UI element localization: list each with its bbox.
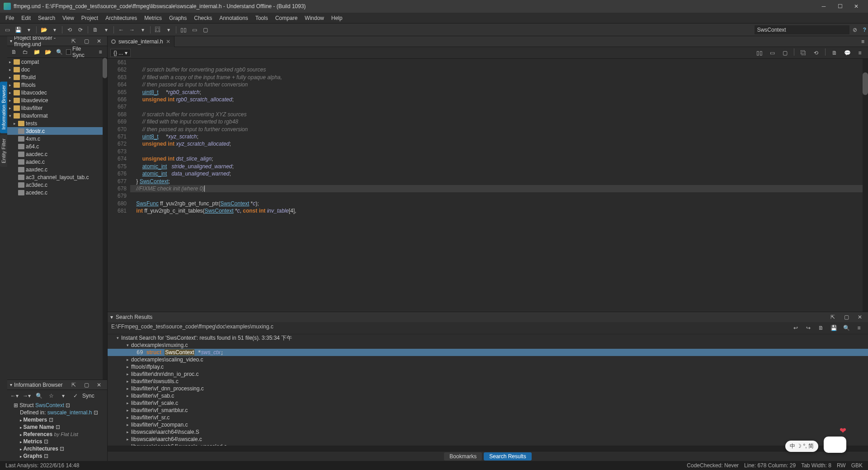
tree-item[interactable]: ▸libavcodec [7, 89, 107, 96]
new-icon[interactable]: ▭ [3, 25, 12, 34]
bookmark-icon[interactable]: 🗎 [830, 48, 839, 57]
tree-item[interactable]: ▸tests [7, 119, 107, 127]
tree-search-icon[interactable]: 🔍 [56, 47, 64, 57]
pin-icon[interactable]: ⇱ [69, 380, 78, 389]
result-item[interactable]: ▸libavfilter\vf_sr.c [108, 414, 868, 421]
new-folder-icon[interactable]: 🗀 [21, 47, 29, 57]
tab-close-icon[interactable]: ✕ [166, 38, 170, 45]
open-folder-icon[interactable]: 📂 [44, 47, 52, 57]
info-item[interactable]: ▸ Same Name ⊡ [9, 423, 107, 431]
tree-item[interactable]: ▸ffbuild [7, 73, 107, 81]
popout-icon[interactable]: ▢ [842, 313, 851, 322]
editor-tab[interactable]: swscale_internal.h ✕ [108, 36, 175, 47]
layout-dropdown-icon[interactable]: ▾ [164, 25, 173, 34]
layout-icon[interactable]: ⿴ [153, 25, 162, 34]
tree-menu-icon[interactable]: ≡ [96, 47, 104, 57]
global-search-input[interactable] [755, 25, 849, 34]
folder-open-icon[interactable]: 📂 [39, 25, 48, 34]
result-item[interactable]: ▸libavfilter\vf_scale.c [108, 399, 868, 407]
panel-close-icon[interactable]: ✕ [94, 380, 104, 389]
forward-icon[interactable]: ↪ [804, 323, 813, 332]
file-sync-checkbox[interactable] [66, 49, 71, 55]
context-icon[interactable]: ⊡ [66, 402, 70, 408]
context-icon[interactable]: ⊡ [94, 409, 98, 416]
layout2-icon[interactable]: ▭ [768, 48, 777, 57]
result-item[interactable]: ▸libavfilter\lswsutils.c [108, 378, 868, 385]
search-again-icon[interactable]: 🔍 [842, 323, 851, 332]
history-icon[interactable]: ⟲ [811, 48, 821, 57]
collapse-icon[interactable]: ▾ [10, 382, 12, 387]
new-file-icon[interactable]: 🗎 [10, 47, 18, 57]
favorite-icon[interactable]: ☆ [47, 391, 56, 400]
editor-vscroll-thumb[interactable] [863, 72, 868, 95]
pin-icon[interactable]: ⇱ [828, 313, 837, 322]
result-item[interactable]: ▸doc\examples\scaling_video.c [108, 356, 868, 363]
ime-widget[interactable]: 中 ☽ °, 简 [785, 441, 818, 452]
menu-tools[interactable]: Tools [252, 14, 272, 22]
menu-checks[interactable]: Checks [190, 14, 216, 22]
layout1-icon[interactable]: ▯▯ [755, 48, 764, 57]
sync-check-icon[interactable]: ✓ [71, 391, 80, 400]
result-item[interactable]: ▸libavfilter\dnn\dnn_io_proc.c [108, 370, 868, 378]
editor-menu-icon[interactable]: ≡ [855, 48, 864, 57]
tree-scroll-thumb[interactable] [103, 58, 107, 78]
menu-view[interactable]: View [59, 14, 78, 22]
info-item[interactable]: ▸ Architectures ⊡ [9, 445, 107, 452]
split-v-icon[interactable]: ▭ [190, 25, 199, 34]
results-menu-icon[interactable]: ≡ [854, 323, 863, 332]
menu-search[interactable]: Search [34, 14, 59, 22]
bookmarks-tab[interactable]: Bookmarks [444, 452, 482, 461]
tree-item[interactable]: ▸fftools [7, 81, 107, 89]
tree-item[interactable]: ac3dec.c [7, 181, 107, 189]
result-item[interactable]: ▸libavfilter\vf_smartblur.c [108, 407, 868, 414]
info-search-icon[interactable]: 🔍 [34, 391, 43, 400]
tree-item[interactable]: ▸doc [7, 66, 107, 73]
result-item[interactable]: 69 struct SwsContext *sws_ctx; [108, 349, 868, 356]
fav-dropdown-icon[interactable]: ▾ [59, 391, 68, 400]
back-icon[interactable]: ←▾ [10, 391, 19, 400]
panel-close-icon[interactable]: ✕ [855, 313, 864, 322]
menu-graphs[interactable]: Graphs [165, 14, 190, 22]
menu-architectures[interactable]: Architectures [102, 14, 141, 22]
info-browser-tab[interactable]: Information Browser [0, 81, 7, 133]
save-icon[interactable]: 💾 [829, 323, 838, 332]
code-area[interactable]: // scratch buffer for converting packed … [130, 59, 868, 312]
editor-vscrollbar[interactable] [863, 59, 868, 312]
entity-filter-tab[interactable]: Entity Filter [0, 135, 7, 167]
result-item[interactable]: ▸libavfilter\vf_sab.c [108, 392, 868, 399]
menu-annotations[interactable]: Annotations [216, 14, 251, 22]
doc-dropdown-icon[interactable]: ▾ [102, 25, 111, 34]
struct-row[interactable]: ⊞ Struct SwsContext ⊡ [9, 402, 107, 409]
info-item[interactable]: ▸ References by Flat List [9, 431, 107, 438]
search-results-tab[interactable]: Search Results [484, 452, 531, 461]
split-h-icon[interactable]: ▯▯ [179, 25, 188, 34]
refresh-icon[interactable]: ⟳ [76, 25, 85, 34]
copy-icon[interactable]: 🗎 [816, 323, 826, 332]
forward-icon[interactable]: → [127, 25, 137, 34]
tree-item[interactable]: ▸libavfilter [7, 104, 107, 112]
tree-item[interactable]: a64.c [7, 142, 107, 150]
menu-help[interactable]: Help [328, 14, 346, 22]
mascot-icon[interactable] [824, 437, 846, 453]
editor-body[interactable]: 6616626636646656666676686696706716726736… [108, 59, 868, 312]
info-item[interactable]: ▸ Metrics ⊡ [9, 438, 107, 445]
project-tree[interactable]: ▸compat▸doc▸ffbuild▸fftools▸libavcodec▸l… [7, 58, 107, 380]
results-summary[interactable]: ▾ Instant Search for 'SwsContext': resul… [108, 334, 868, 342]
results-hscrollbar[interactable] [108, 446, 868, 451]
back-icon[interactable]: ↩ [791, 323, 800, 332]
close-button[interactable]: ✕ [848, 0, 864, 13]
info-item[interactable]: ▸ Members ⊡ [9, 416, 107, 423]
help-icon[interactable]: ? [863, 27, 866, 33]
graph-icon[interactable]: ⿻ [799, 48, 808, 57]
add-folder-icon[interactable]: 📁 [33, 47, 41, 57]
popout-icon[interactable]: ▢ [82, 380, 91, 389]
result-item[interactable]: ▸fftools\ffplay.c [108, 363, 868, 370]
result-item[interactable]: ▸libavfilter\vf_zoompan.c [108, 421, 868, 428]
info-tree[interactable]: ⊞ Struct SwsContext ⊡ Defined in: swscal… [7, 402, 107, 461]
panel-close-icon[interactable]: ✕ [94, 37, 104, 46]
tree-item[interactable]: aaxdec.c [7, 166, 107, 173]
info-item[interactable]: ▸ Graphs ⊡ [9, 452, 107, 460]
defined-in-row[interactable]: Defined in: swscale_internal.h ⊡ [9, 409, 107, 416]
tree-scrollbar[interactable] [103, 58, 107, 380]
save-dropdown-icon[interactable]: ▾ [24, 25, 33, 34]
